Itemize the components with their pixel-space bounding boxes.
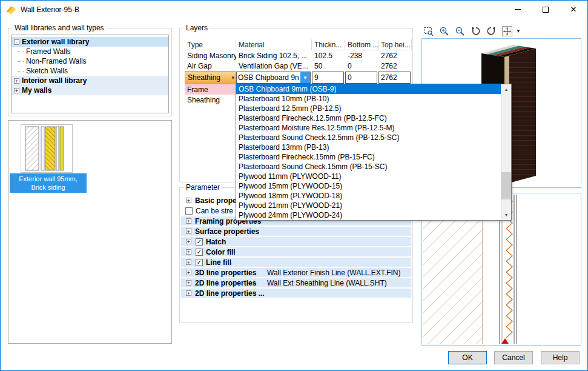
- param-label: 2D line properties: [195, 279, 256, 287]
- wall-preview-panel: Exterior wall 95mm, Brick siding: [8, 120, 172, 344]
- param-label: Color fill: [206, 248, 236, 256]
- expand-icon[interactable]: +: [14, 78, 19, 84]
- tree-item-non-framed-walls[interactable]: Non-Framed Walls: [12, 56, 168, 66]
- layer-row: Sheathing▾OSB Chipboard 9n▼902762: [185, 71, 412, 84]
- tree-item-sketch-walls[interactable]: Sketch Walls: [12, 66, 168, 76]
- expand-icon[interactable]: +: [186, 218, 191, 224]
- layer-type-combo[interactable]: Sheathing▾: [185, 71, 236, 84]
- dropdown-item[interactable]: Plywood 15mm (PLYWOOD-15): [236, 181, 501, 191]
- zoom-in-icon[interactable]: [438, 25, 450, 36]
- dropdown-item[interactable]: OSB Chipboard 9mm (OSB-9): [236, 84, 501, 94]
- ok-button[interactable]: OK: [448, 351, 487, 364]
- layer-material-cell: OSB Chipboard 9n▼: [236, 71, 312, 84]
- orbit-icon[interactable]: [501, 25, 513, 36]
- scroll-thumb[interactable]: [501, 172, 511, 199]
- param-label: Basic proper: [195, 196, 239, 205]
- dropdown-item[interactable]: Plywood 18mm (PLYWOOD-18): [236, 191, 501, 201]
- checkbox-unchecked[interactable]: [185, 207, 193, 215]
- dropdown-item[interactable]: Plasterboard Sound Check.15mm (PB-15-SC): [236, 162, 501, 172]
- rotate-right-icon[interactable]: [486, 25, 497, 36]
- tree-item-interior-wall-library[interactable]: +Interior wall library: [12, 76, 168, 85]
- toolbar-dropdown-arrow-icon[interactable]: ▼: [516, 28, 521, 34]
- bottom-height-input[interactable]: 0: [345, 72, 377, 84]
- layers-group-label: Layers: [183, 24, 210, 32]
- dropdown-item[interactable]: Plasterboard 13mm (PB-13): [236, 142, 501, 152]
- expand-icon[interactable]: +: [186, 270, 191, 275]
- param-row: +✓Hatch: [181, 236, 411, 247]
- layer-bottom-cell[interactable]: 0: [345, 61, 378, 71]
- tree-item-label: Framed Walls: [26, 47, 71, 56]
- expand-icon[interactable]: +: [14, 88, 19, 93]
- zoom-out-icon[interactable]: [454, 25, 466, 36]
- layer-thickness-cell[interactable]: 50: [312, 61, 345, 71]
- scroll-down-icon[interactable]: ▼: [501, 210, 511, 220]
- expand-icon[interactable]: +: [186, 239, 191, 244]
- layer-type-cell[interactable]: Siding Masonry: [185, 50, 236, 61]
- combo-dropdown-button[interactable]: ▼: [300, 72, 310, 83]
- param-label: 2D line properties ...: [195, 289, 265, 298]
- dropdown-item[interactable]: Plywood 11mm (PLYWOOD-11): [236, 172, 501, 181]
- rotate-left-icon[interactable]: [470, 25, 481, 36]
- checkbox-checked[interactable]: ✓: [196, 259, 203, 266]
- expand-icon[interactable]: +: [186, 229, 191, 234]
- tree-item-framed-walls[interactable]: Framed Walls: [12, 47, 168, 56]
- checkbox-checked[interactable]: ✓: [196, 238, 203, 246]
- dropdown-item[interactable]: Plasterboard Firecheck.12.5mm (PB-12.5-F…: [236, 113, 501, 123]
- param-row: +✓Color fill: [181, 247, 411, 257]
- wall-properties-dialog: Wall Exterior-95-B ✕ Wall libraries and …: [0, 0, 588, 371]
- tree-item-exterior-wall-library[interactable]: -Exterior wall library: [12, 37, 168, 47]
- layer-material-cell[interactable]: Ventilation Gap (VE...: [236, 61, 312, 71]
- expand-icon[interactable]: +: [186, 249, 191, 255]
- top-height-input[interactable]: 2762: [378, 72, 411, 84]
- param-row: +2D line propertiesWall Ext Sheathing Li…: [181, 278, 411, 288]
- layers-column-header-3: Bottom ...: [345, 39, 378, 50]
- material-dropdown-scrollbar[interactable]: ▲ ▼: [501, 84, 511, 220]
- material-dropdown: OSB Chipboard 9mm (OSB-9)Plasterboard 10…: [236, 84, 512, 221]
- expand-icon[interactable]: +: [186, 198, 191, 203]
- wall-libraries-group: Wall libraries and wall types -Exterior …: [8, 28, 172, 116]
- maximize-button[interactable]: [532, 1, 560, 18]
- layer-type-cell[interactable]: Frame: [185, 84, 236, 95]
- dropdown-item[interactable]: Plasterboard Sound Check.12.5mm (PB-12.5…: [236, 133, 501, 142]
- layers-column-header-4: Top hei...: [378, 39, 412, 50]
- wall-library-tree: -Exterior wall libraryFramed WallsNon-Fr…: [11, 35, 169, 113]
- material-combo[interactable]: OSB Chipboard 9n▼: [236, 72, 311, 84]
- chevron-down-icon: ▾: [231, 75, 234, 81]
- collapse-icon[interactable]: -: [14, 39, 19, 45]
- marquee-zoom-icon[interactable]: [423, 25, 434, 36]
- tree-item-label: Non-Framed Walls: [26, 57, 87, 65]
- expand-icon[interactable]: +: [186, 280, 191, 286]
- layer-material-cell[interactable]: Brick Siding 102.5, ...: [236, 50, 312, 61]
- layer-type-cell[interactable]: Air Gap: [185, 61, 236, 71]
- scroll-up-icon[interactable]: ▲: [501, 84, 511, 95]
- dropdown-item[interactable]: Plasterboard 10mm (PB-10): [236, 94, 501, 104]
- tree-connector: [18, 61, 24, 62]
- param-value: Wall Exterior Finish Line (WALL.EXT.FIN): [267, 269, 401, 277]
- cancel-button[interactable]: Cancel: [494, 351, 533, 364]
- dropdown-item[interactable]: Plywood 24mm (PLYWOOD-24): [236, 210, 501, 220]
- wall-thumbnail[interactable]: [21, 124, 73, 175]
- tree-item-my-walls[interactable]: +My walls: [12, 85, 168, 95]
- tree-item-label: Sketch Walls: [26, 67, 68, 75]
- thickness-input[interactable]: 9: [312, 72, 344, 84]
- close-button[interactable]: ✕: [560, 1, 587, 18]
- expand-icon[interactable]: +: [186, 290, 191, 296]
- viewer-toolbar: ▼: [423, 25, 521, 36]
- help-button[interactable]: Help: [541, 351, 580, 364]
- layer-top-cell[interactable]: 2762: [378, 50, 412, 61]
- checkbox-checked[interactable]: ✓: [196, 249, 203, 256]
- layer-thickness-cell[interactable]: 102.5: [312, 50, 345, 61]
- layers-column-header-1: Material: [236, 39, 312, 50]
- dropdown-item[interactable]: Plasterboard Firecheck.15mm (PB-15-FC): [236, 152, 501, 162]
- wall-thumbnail-caption[interactable]: Exterior wall 95mm, Brick siding: [10, 173, 87, 193]
- titlebar[interactable]: Wall Exterior-95-B ✕: [1, 1, 587, 19]
- layer-bottom-cell[interactable]: -238: [345, 50, 378, 61]
- minimize-button[interactable]: [504, 1, 532, 18]
- dropdown-item[interactable]: Plasterboard 12.5mm (PB-12.5): [236, 104, 501, 113]
- dropdown-item[interactable]: Plasterboard Moisture Res.12.5mm (PB-12.…: [236, 123, 501, 133]
- param-row: +Surface properties: [181, 226, 411, 236]
- layer-type-cell[interactable]: Sheathing: [185, 95, 236, 105]
- dropdown-item[interactable]: Plywood 21mm (PLYWOOD-21): [236, 201, 501, 210]
- layer-top-cell[interactable]: 2762: [378, 61, 412, 71]
- expand-icon[interactable]: +: [186, 259, 191, 265]
